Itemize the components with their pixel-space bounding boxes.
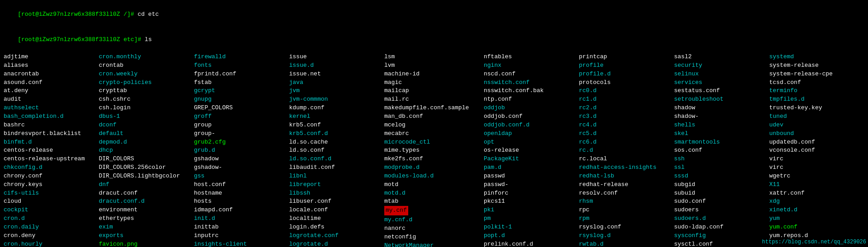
ls-item: grub2.cfg xyxy=(194,138,289,147)
ls-item: centos-release xyxy=(4,146,99,155)
ls-item: cron.monthly xyxy=(99,53,194,61)
ls-item: cron.d xyxy=(4,214,99,223)
ls-item: xdg xyxy=(769,197,865,206)
ls-item: pam.d xyxy=(484,163,579,172)
ls-item: nscd.conf xyxy=(484,70,579,79)
ls-item: modprobe.d xyxy=(384,163,484,172)
ls-item: oddjob xyxy=(484,104,579,112)
ls-item: dhcp xyxy=(99,146,194,155)
ls-item: groff xyxy=(194,112,289,121)
ls-item: libssh xyxy=(289,189,385,198)
ls-item: machine-id xyxy=(384,70,484,79)
ls-item: tuned xyxy=(769,112,865,121)
ls-item: netconfig xyxy=(384,233,484,242)
ls-item: sudoers xyxy=(674,206,769,214)
ls-item: insights-client xyxy=(194,240,289,247)
ls-item: mime.types xyxy=(384,146,484,155)
ls-col-6: nftables nginx nscd.conf nsswitch.conf n… xyxy=(484,53,579,247)
ls-item: sudo.conf xyxy=(674,197,769,206)
ls-item: grub.d xyxy=(194,146,289,155)
ls-item: X11 xyxy=(769,181,865,189)
ls-item: yum xyxy=(769,214,865,223)
ls-item: modules-load.d xyxy=(384,172,484,181)
ls-item: issue.d xyxy=(289,61,385,70)
ls-item: mail.rc xyxy=(384,95,484,104)
ls-item: virc xyxy=(769,163,865,172)
ls-item: shells xyxy=(674,121,769,130)
cmd-ls: ls xyxy=(145,36,152,43)
ls-item: my.cnf.d xyxy=(384,216,484,224)
ls-item-mtab: mtab xyxy=(384,197,484,206)
ls-item: tcsd.conf xyxy=(769,79,865,87)
ls-item: rc4.d xyxy=(579,121,675,130)
ls-item: rc5.d xyxy=(579,130,675,138)
ls-item: dracut.conf.d xyxy=(99,197,194,206)
ls-item: csh.login xyxy=(99,104,194,112)
ls-item: hosts xyxy=(194,197,289,206)
ls-item: cifs-utils xyxy=(4,189,99,198)
ls-col-7: printcap profile profile.d protocols rc0… xyxy=(579,53,675,247)
ls-item: dbus-1 xyxy=(99,112,194,121)
ls-col-4: issue issue.d issue.net java jvm jvm-com… xyxy=(289,53,385,247)
ls-item: DIR_COLORS xyxy=(99,155,194,163)
ls-item: authselect xyxy=(4,104,99,112)
ls-item: services xyxy=(674,79,769,87)
ls-item: favicon.png xyxy=(99,240,194,247)
ls-item: cron.hourly xyxy=(4,240,99,247)
ls-item: sssd xyxy=(674,172,769,181)
ls-item: environment xyxy=(99,206,194,214)
ls-item: java xyxy=(289,79,385,87)
ls-item: cron.weekly xyxy=(99,70,194,79)
ls-item: rc.local xyxy=(579,155,675,163)
ls-item: chrony.keys xyxy=(4,181,99,189)
ls-item: gcrypt xyxy=(194,87,289,95)
ls-item: redhat-release xyxy=(579,181,675,189)
ls-item: smartmontools xyxy=(674,138,769,147)
ls-item: sos.conf xyxy=(674,146,769,155)
ls-item: csh.cshrc xyxy=(99,95,194,104)
ls-item: xinetd.d xyxy=(769,206,865,214)
ls-item: NetworkManager xyxy=(384,242,484,247)
ls-item: profile.d xyxy=(579,70,675,79)
ls-item: rc0.d xyxy=(579,87,675,95)
ls-item: default xyxy=(99,130,194,138)
ls-item: binfmt.d xyxy=(4,138,99,147)
ls-item: polkit-1 xyxy=(484,223,579,232)
ls-item: makedumpfile.conf.sample xyxy=(384,104,484,112)
ls-item: system-release xyxy=(769,61,865,70)
ls-item: jvm xyxy=(289,87,385,95)
ls-item: bash_completion.d xyxy=(4,112,99,121)
ls-item: kernel xyxy=(289,112,385,121)
ls-item: login.defs xyxy=(289,223,385,232)
ls-item: cron.daily xyxy=(4,223,99,232)
prompt-ls: [root@iZwz97nlzrw6x388f33ll0Z etc]# xyxy=(18,36,145,43)
ls-item: oddjob.conf.d xyxy=(484,121,579,130)
ls-item: exports xyxy=(99,232,194,240)
ls-item: rhsm xyxy=(579,197,675,206)
ls-item: libreport xyxy=(289,181,385,189)
ls-item: bashrc xyxy=(4,121,99,130)
ls-item: ethertypes xyxy=(99,214,194,223)
ls-item: protocols xyxy=(579,79,675,87)
ls-item: shadow xyxy=(674,104,769,112)
ls-item: nftables xyxy=(484,53,579,61)
ls-item: libaudit.conf xyxy=(289,163,385,172)
ls-output: adjtime aliases anacrontab asound.conf a… xyxy=(4,53,864,247)
ls-item: fprintd.conf xyxy=(194,70,289,79)
ls-item: at.deny xyxy=(4,87,99,95)
ls-item: ld.so.conf xyxy=(289,146,385,155)
ls-item: vconsole.conf xyxy=(769,146,865,155)
ls-item: rsyslog.d xyxy=(579,232,675,240)
cmd-cd: cd etc xyxy=(137,11,159,18)
ls-item: resolv.conf xyxy=(579,189,675,198)
prompt-cd: [root@iZwz97nlzrw6x388f33ll0Z /]# xyxy=(18,11,137,18)
footer-link: https://blog.csdn.net/qq_4329026 xyxy=(760,238,868,247)
ls-item: inputrc xyxy=(194,232,289,240)
ls-item: rc.d xyxy=(579,146,675,155)
ls-item-security: security xyxy=(674,61,769,70)
ls-item: shadow- xyxy=(674,112,769,121)
ls-item: group- xyxy=(194,130,289,138)
ls-item: aliases xyxy=(4,61,99,70)
ls-item: magic xyxy=(384,79,484,87)
ls-item: tmpfiles.d xyxy=(769,95,865,104)
